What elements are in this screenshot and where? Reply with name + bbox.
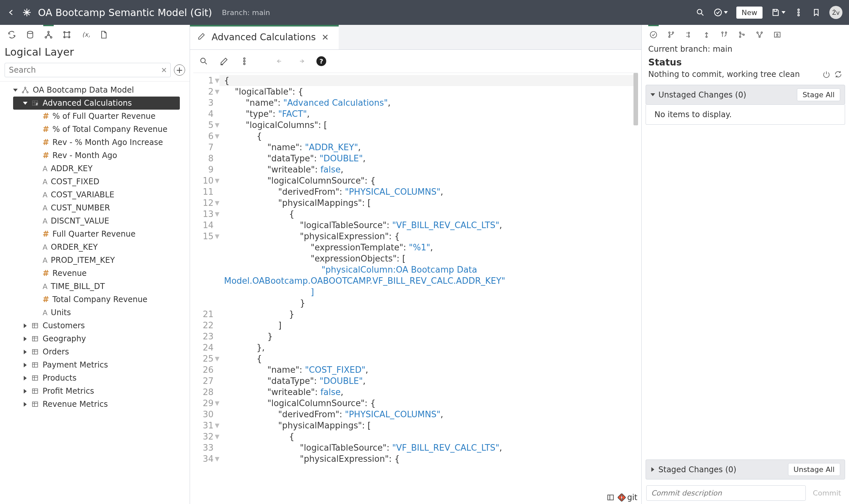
edit-toggle[interactable] — [220, 57, 229, 66]
tree-column[interactable]: #Revenue — [0, 267, 190, 280]
find-button[interactable] — [199, 57, 208, 66]
code-area[interactable]: { "logicalTable": { "name": "Advanced Ca… — [220, 73, 638, 504]
panel-toggle-icon[interactable] — [606, 493, 615, 502]
tree-column[interactable]: #Total Company Revenue — [0, 293, 190, 306]
overflow-menu[interactable] — [794, 8, 803, 17]
power-icon — [822, 70, 831, 78]
search-input[interactable] — [8, 65, 161, 75]
tree-table[interactable]: Revenue Metrics — [0, 398, 190, 411]
measure-icon: # — [42, 125, 49, 134]
undo-icon — [276, 57, 285, 66]
editor-tab[interactable]: Advanced Calculations ✕ — [190, 25, 339, 50]
svg-point-39 — [706, 36, 707, 37]
tab-merge[interactable] — [737, 30, 747, 40]
tree-column[interactable]: ADISCNT_VALUE — [0, 214, 190, 228]
tree-column[interactable]: AUnits — [0, 306, 190, 319]
tab-variables[interactable]: (x) — [80, 30, 90, 40]
tree-table[interactable]: Orders — [0, 345, 190, 358]
tree-table[interactable]: Profit Metrics — [0, 384, 190, 398]
tree-column[interactable]: ACOST_VARIABLE — [0, 188, 190, 201]
help-button[interactable]: ? — [316, 56, 326, 66]
power-button[interactable] — [822, 70, 831, 78]
tree-label: DISCNT_VALUE — [51, 216, 109, 226]
unstaged-section[interactable]: Unstaged Changes (0) Stage All — [646, 85, 845, 105]
scrollbar[interactable] — [634, 73, 638, 504]
tree-table[interactable]: Payment Metrics — [0, 358, 190, 372]
tree-label: Profit Metrics — [42, 386, 94, 396]
measure-icon: # — [42, 295, 49, 304]
nav-tree[interactable]: OA Bootcamp Data Model # Advanced Calcul… — [0, 81, 190, 504]
undo-button[interactable] — [276, 57, 285, 66]
tab-presentation[interactable] — [62, 30, 72, 40]
tree-column[interactable]: ATIME_BILL_DT — [0, 280, 190, 293]
redo-button[interactable] — [296, 57, 305, 66]
staged-section[interactable]: Staged Changes (0) Unstage All — [646, 460, 845, 480]
tree-column[interactable]: #% of Full Quarter Revenue — [0, 110, 190, 123]
commit-button[interactable]: Commit — [810, 486, 845, 500]
svg-point-41 — [725, 32, 727, 33]
unstage-all-button[interactable]: Unstage All — [788, 463, 840, 476]
tab-pull[interactable] — [719, 30, 729, 40]
tab-logical[interactable] — [43, 30, 54, 40]
branch-indicator: Branch: main — [222, 8, 270, 17]
svg-point-1 — [715, 9, 722, 16]
git-indicator: git — [618, 493, 637, 502]
attribute-icon: A — [42, 256, 48, 265]
table-icon — [31, 400, 39, 408]
search-button[interactable] — [696, 8, 705, 17]
add-button[interactable]: + — [174, 65, 185, 76]
staged-label: Staged Changes (0) — [658, 465, 785, 474]
attribute-icon: A — [42, 191, 48, 199]
tree-column[interactable]: AORDER_KEY — [0, 240, 190, 254]
tree-column[interactable]: #Rev - % Month Ago Increase — [0, 136, 190, 149]
tree-label: Payment Metrics — [42, 360, 108, 370]
code-editor[interactable]: 1 ▼2 ▼3 4 5 ▼6 ▼7 8 9 10 ▼11 12 ▼13 ▼14 … — [193, 73, 638, 504]
svg-text:#: # — [35, 103, 38, 106]
tab-files[interactable] — [98, 30, 109, 40]
tree-table[interactable]: Geography — [0, 332, 190, 345]
tab-physical[interactable] — [25, 30, 35, 40]
tree-column[interactable]: #Full Quarter Revenue — [0, 228, 190, 240]
user-avatar[interactable]: Žv — [829, 6, 843, 19]
tree-label: COST_FIXED — [51, 177, 100, 186]
tab-branches[interactable] — [666, 30, 676, 40]
tree-selected[interactable]: # Advanced Calculations — [13, 96, 180, 110]
more-button[interactable] — [240, 57, 249, 66]
tree-column[interactable]: AADDR_KEY — [0, 162, 190, 175]
svg-point-6 — [48, 32, 50, 33]
bookmark-button[interactable] — [812, 8, 821, 17]
svg-point-4 — [798, 14, 799, 16]
back-button[interactable] — [6, 8, 16, 17]
clear-search-button[interactable]: ✕ — [161, 66, 167, 74]
svg-point-45 — [757, 32, 758, 33]
tree-column[interactable]: #% of Total Company Revenue — [0, 123, 190, 136]
tab-push[interactable] — [701, 30, 712, 40]
tree-table[interactable]: Products — [0, 372, 190, 384]
tree-root[interactable]: OA Bootcamp Data Model — [0, 84, 190, 96]
tree-column[interactable]: ACOST_FIXED — [0, 175, 190, 188]
file-icon — [99, 30, 108, 39]
svg-point-2 — [798, 9, 799, 11]
new-button[interactable]: New — [736, 6, 763, 19]
check-menu[interactable] — [713, 8, 728, 17]
tab-remote[interactable] — [772, 30, 782, 40]
tab-close-button[interactable]: ✕ — [322, 32, 329, 42]
tree-column[interactable]: ACUST_NUMBER — [0, 201, 190, 214]
tab-status[interactable] — [648, 30, 659, 40]
tree-column[interactable]: APROD_ITEM_KEY — [0, 254, 190, 267]
tab-connections[interactable] — [6, 30, 17, 40]
tree-column[interactable]: #Rev - Month Ago — [0, 149, 190, 162]
stage-all-button[interactable]: Stage All — [797, 88, 840, 101]
refresh-button[interactable] — [834, 70, 843, 78]
search-box[interactable]: ✕ — [4, 63, 171, 77]
tree-table[interactable]: Customers — [0, 319, 190, 332]
save-menu[interactable] — [771, 8, 785, 17]
tab-history[interactable] — [683, 30, 694, 40]
commit-description-input[interactable] — [646, 485, 806, 501]
edit-icon — [197, 32, 206, 40]
tree-label: PROD_ITEM_KEY — [51, 256, 115, 265]
topbar: OA Bootcamp Semantic Model (Git) Branch:… — [0, 0, 849, 25]
tab-tags[interactable] — [754, 30, 765, 40]
svg-point-47 — [759, 36, 760, 37]
pull-icon — [720, 31, 728, 39]
